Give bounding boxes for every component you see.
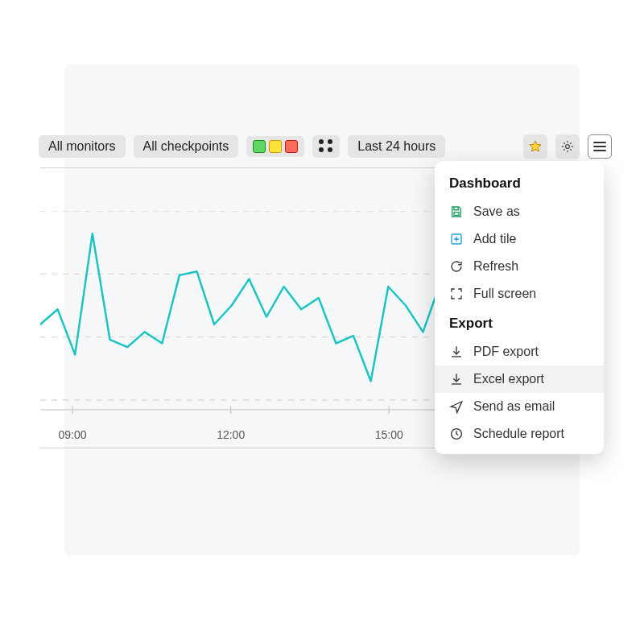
settings-button[interactable] xyxy=(555,134,580,159)
add-tile-icon xyxy=(449,232,464,246)
clock-icon xyxy=(449,427,464,441)
download-icon xyxy=(449,372,464,386)
dropdown-section-export: Export xyxy=(435,308,604,338)
monitors-filter[interactable]: All monitors xyxy=(39,135,126,158)
menu-send-email[interactable]: Send as email xyxy=(435,393,604,420)
menu-item-label: Full screen xyxy=(473,287,536,301)
x-tick-label: 12:00 xyxy=(217,428,245,441)
dropdown-section-dashboard: Dashboard xyxy=(435,172,604,198)
x-tick-label: 09:00 xyxy=(58,428,86,441)
menu-item-label: Schedule report xyxy=(473,427,564,441)
gear-icon xyxy=(560,139,575,154)
menu-full-screen[interactable]: Full screen xyxy=(435,280,604,308)
svg-point-0 xyxy=(566,144,570,148)
status-err-box xyxy=(285,140,298,153)
menu-excel-export[interactable]: Excel export xyxy=(435,365,604,393)
dashboard-menu-dropdown: Dashboard Save as Add tile Refresh xyxy=(435,161,604,454)
menu-item-label: Send as email xyxy=(473,399,555,414)
toolbar: All monitors All checkpoints Last 24 hou… xyxy=(39,133,612,159)
menu-pdf-export[interactable]: PDF export xyxy=(435,338,604,365)
save-icon xyxy=(449,204,464,219)
menu-item-label: Excel export xyxy=(473,372,544,386)
checkpoints-filter[interactable]: All checkpoints xyxy=(134,135,239,158)
fullscreen-icon xyxy=(449,287,464,301)
x-tick-label: 15:00 xyxy=(375,428,403,441)
menu-schedule-report[interactable]: Schedule report xyxy=(435,420,604,448)
status-filter[interactable] xyxy=(246,136,304,157)
svg-rect-10 xyxy=(454,213,459,216)
send-icon xyxy=(449,399,464,414)
favorite-button[interactable] xyxy=(523,134,547,159)
menu-refresh[interactable]: Refresh xyxy=(435,253,604,280)
download-icon xyxy=(449,345,464,359)
grid-icon xyxy=(319,139,333,154)
menu-item-label: PDF export xyxy=(473,345,539,359)
menu-item-label: Refresh xyxy=(473,259,518,274)
menu-add-tile[interactable]: Add tile xyxy=(435,225,604,253)
refresh-icon xyxy=(449,259,464,274)
layout-grid-button[interactable] xyxy=(312,135,340,158)
timerange-filter[interactable]: Last 24 hours xyxy=(348,135,445,158)
status-warn-box xyxy=(269,140,282,153)
menu-save-as[interactable]: Save as xyxy=(435,198,604,225)
star-icon xyxy=(528,139,543,154)
menu-item-label: Save as xyxy=(473,204,520,219)
menu-button[interactable] xyxy=(588,134,612,159)
hamburger-icon xyxy=(593,142,606,151)
status-ok-box xyxy=(253,140,266,153)
menu-item-label: Add tile xyxy=(473,232,516,246)
